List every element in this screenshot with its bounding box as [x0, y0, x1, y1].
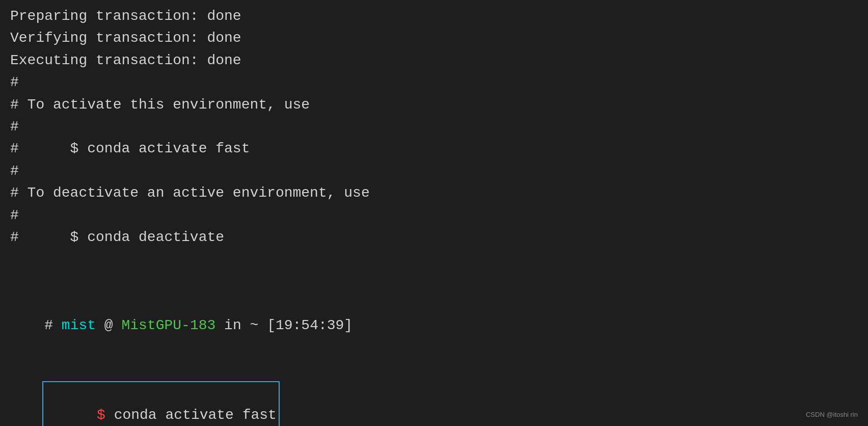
line-verifying: Verifying transaction: done: [10, 27, 853, 49]
prompt-at-1: @: [96, 317, 121, 333]
prompt-host-1: MistGPU-183: [121, 317, 215, 333]
line-conda-deactivate-comment: # $ conda deactivate: [10, 226, 853, 248]
watermark: CSDN @itoshi rin: [806, 410, 858, 420]
terminal-window: Preparing transaction: done Verifying tr…: [0, 0, 868, 426]
command-highlighted-1: $ conda activate fast: [42, 381, 280, 426]
command-text-1: conda activate fast: [105, 407, 277, 423]
prompt-hash-1: #: [44, 317, 62, 333]
line-executing: Executing transaction: done: [10, 49, 853, 71]
line-hash3: #: [10, 160, 853, 182]
dollar-sign-1: $: [97, 407, 105, 423]
line-hash4: #: [10, 204, 853, 226]
prompt-line-1: # mist @ MistGPU-183 in ~ [19:54:39]: [10, 292, 853, 359]
prompt-user-1: mist: [62, 317, 96, 333]
line-hash2: #: [10, 116, 853, 138]
line-conda-activate-comment: # $ conda activate fast: [10, 138, 853, 159]
spacer2: [10, 271, 853, 292]
prompt-in-1: in ~: [215, 317, 267, 333]
command-line-1: $ conda activate fast: [10, 359, 853, 426]
line-to-deactivate: # To deactivate an active environment, u…: [10, 182, 853, 204]
spacer1: [10, 248, 853, 270]
prompt-time-1: [19:54:39]: [267, 317, 352, 333]
line-preparing: Preparing transaction: done: [10, 5, 853, 27]
line-hash1: #: [10, 71, 853, 93]
line-to-activate: # To activate this environment, use: [10, 94, 853, 116]
